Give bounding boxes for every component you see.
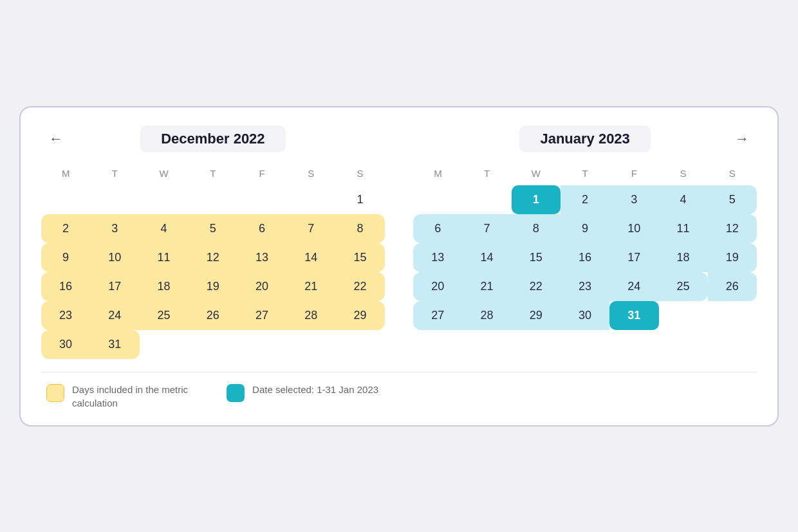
jan-day-header-f: F: [609, 164, 658, 185]
jan-day-header-m: M: [413, 164, 462, 185]
dec-empty: [237, 330, 286, 359]
jan-day-18[interactable]: 18: [659, 243, 708, 272]
dec-day-28[interactable]: 28: [286, 301, 335, 330]
jan-day-7[interactable]: 7: [463, 214, 512, 243]
dec-empty: [286, 330, 335, 359]
day-header-t2: T: [189, 164, 237, 185]
jan-day-header-t2: T: [561, 164, 609, 185]
december-grid: M T W T F S S 1 2 3 4 5 6: [41, 164, 385, 359]
january-grid: M T W T F S S 1 2 3 4 5 6 7 8 9 10: [413, 164, 757, 330]
jan-day-5[interactable]: 5: [708, 185, 757, 214]
day-header-t1: T: [90, 164, 139, 185]
dec-day-18[interactable]: 18: [140, 272, 189, 301]
dec-day-10[interactable]: 10: [90, 243, 139, 272]
dec-day-30[interactable]: 30: [41, 330, 90, 359]
legend: Days included in the metriccalculation D…: [41, 383, 757, 410]
dec-day-3[interactable]: 3: [90, 214, 139, 243]
dec-day-24[interactable]: 24: [90, 301, 139, 330]
jan-day-header-s2: S: [708, 164, 757, 185]
day-header-w: W: [140, 164, 189, 185]
dec-empty: [189, 185, 237, 214]
jan-day-11[interactable]: 11: [659, 214, 708, 243]
dec-day-22[interactable]: 22: [336, 272, 385, 301]
dec-day-26[interactable]: 26: [189, 301, 237, 330]
jan-day-header-w: W: [512, 164, 561, 185]
dec-day-12[interactable]: 12: [189, 243, 237, 272]
day-header-m: M: [41, 164, 90, 185]
jan-day-9[interactable]: 9: [561, 214, 609, 243]
jan-day-26[interactable]: 26: [708, 272, 757, 301]
dec-day-14[interactable]: 14: [286, 243, 335, 272]
dec-day-16[interactable]: 16: [41, 272, 90, 301]
dec-day-31[interactable]: 31: [90, 330, 139, 359]
dec-day-27[interactable]: 27: [237, 301, 286, 330]
jan-day-14[interactable]: 14: [463, 243, 512, 272]
dec-day-20[interactable]: 20: [237, 272, 286, 301]
jan-day-31-selected[interactable]: 31: [609, 301, 658, 330]
yellow-swatch: [46, 384, 64, 402]
dec-day-5[interactable]: 5: [189, 214, 237, 243]
jan-day-13[interactable]: 13: [413, 243, 462, 272]
legend-divider: [41, 372, 757, 372]
jan-day-24[interactable]: 24: [609, 272, 658, 301]
jan-day-25[interactable]: 25: [659, 272, 708, 301]
jan-day-19[interactable]: 19: [708, 243, 757, 272]
jan-day-12[interactable]: 12: [708, 214, 757, 243]
jan-day-30[interactable]: 30: [561, 301, 609, 330]
jan-day-1-selected[interactable]: 1: [512, 185, 561, 214]
jan-day-15[interactable]: 15: [512, 243, 561, 272]
day-header-s2: S: [336, 164, 385, 185]
jan-empty: [413, 185, 462, 214]
day-header-s1: S: [286, 164, 335, 185]
dec-empty: [41, 185, 90, 214]
jan-day-8[interactable]: 8: [512, 214, 561, 243]
jan-day-28[interactable]: 28: [463, 301, 512, 330]
dec-day-13[interactable]: 13: [237, 243, 286, 272]
december-header: ← December 2022: [41, 125, 385, 152]
dec-day-2[interactable]: 2: [41, 214, 90, 243]
jan-day-3[interactable]: 3: [609, 185, 658, 214]
jan-day-10[interactable]: 10: [609, 214, 658, 243]
dec-day-23[interactable]: 23: [41, 301, 90, 330]
dec-day-9[interactable]: 9: [41, 243, 90, 272]
jan-day-27[interactable]: 27: [413, 301, 462, 330]
dec-empty: [140, 330, 189, 359]
yellow-label: Days included in the metriccalculation: [72, 383, 188, 410]
dec-day-29[interactable]: 29: [336, 301, 385, 330]
dec-empty: [286, 185, 335, 214]
dec-empty: [90, 185, 139, 214]
jan-day-4[interactable]: 4: [659, 185, 708, 214]
dec-day-11[interactable]: 11: [140, 243, 189, 272]
prev-month-button[interactable]: ←: [41, 128, 71, 150]
dec-day-19[interactable]: 19: [189, 272, 237, 301]
dec-day-6[interactable]: 6: [237, 214, 286, 243]
dec-day-4[interactable]: 4: [140, 214, 189, 243]
teal-label: Date selected: 1-31 Jan 2023: [252, 383, 378, 396]
jan-day-6[interactable]: 6: [413, 214, 462, 243]
jan-day-21[interactable]: 21: [463, 272, 512, 301]
dec-day-17[interactable]: 17: [90, 272, 139, 301]
jan-day-16[interactable]: 16: [561, 243, 609, 272]
legend-yellow: Days included in the metriccalculation: [46, 383, 188, 410]
jan-day-20[interactable]: 20: [413, 272, 462, 301]
december-title: December 2022: [140, 125, 285, 152]
legend-teal: Date selected: 1-31 Jan 2023: [227, 383, 378, 402]
dec-day-1[interactable]: 1: [336, 185, 385, 214]
jan-empty: [708, 301, 757, 330]
dec-day-21[interactable]: 21: [286, 272, 335, 301]
next-month-button[interactable]: →: [727, 128, 757, 150]
jan-day-23[interactable]: 23: [561, 272, 609, 301]
teal-swatch: [227, 384, 245, 402]
jan-day-22[interactable]: 22: [512, 272, 561, 301]
day-header-f: F: [237, 164, 286, 185]
jan-day-2[interactable]: 2: [561, 185, 609, 214]
date-range-picker: ← December 2022 M T W T F S S 1: [19, 106, 779, 427]
dec-empty: [189, 330, 237, 359]
dec-day-15[interactable]: 15: [336, 243, 385, 272]
dec-day-25[interactable]: 25: [140, 301, 189, 330]
dec-day-7[interactable]: 7: [286, 214, 335, 243]
jan-empty: [659, 301, 708, 330]
dec-day-8[interactable]: 8: [336, 214, 385, 243]
jan-day-29[interactable]: 29: [512, 301, 561, 330]
jan-day-17[interactable]: 17: [609, 243, 658, 272]
